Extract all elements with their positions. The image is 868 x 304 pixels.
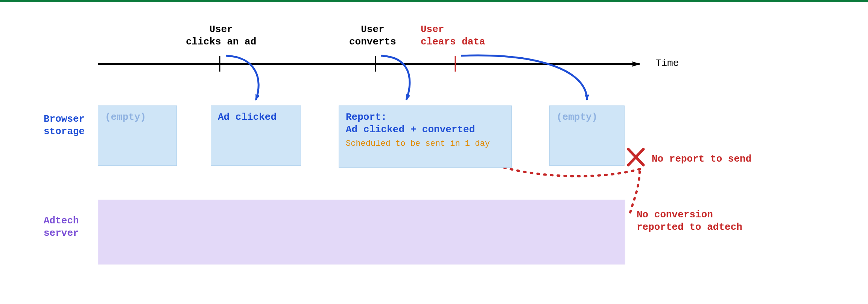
page-top-strip bbox=[0, 0, 868, 2]
error-no-report: No report to send bbox=[652, 153, 751, 165]
storage-box-empty-2: (empty) bbox=[549, 105, 625, 166]
x-icon bbox=[628, 149, 643, 165]
svg-line-0 bbox=[628, 149, 643, 165]
diagram-stage: Time User clicks an ad User converts Use… bbox=[0, 0, 868, 304]
storage-box-report: Report: Ad clicked + converted Scheduled… bbox=[339, 105, 512, 168]
storage-box-empty-1: (empty) bbox=[98, 105, 177, 166]
event-click-ad: User clicks an ad bbox=[186, 23, 256, 48]
error-no-conversion: No conversion reported to adtech bbox=[637, 209, 742, 233]
row-label-browser-storage: Browser storage bbox=[44, 113, 85, 137]
event-clears: User clears data bbox=[421, 23, 485, 48]
row-label-adtech-server: Adtech server bbox=[44, 215, 79, 239]
dotted-path-segment-1 bbox=[504, 168, 644, 176]
event-converts: User converts bbox=[349, 23, 396, 48]
storage-box-empty-1-text: (empty) bbox=[105, 112, 146, 123]
storage-box-empty-2-text: (empty) bbox=[556, 112, 597, 123]
storage-box-report-sched: Scheduled to be sent in 1 day bbox=[346, 139, 505, 149]
arrow-convert-to-box bbox=[381, 56, 410, 100]
arrow-clear-to-box bbox=[461, 55, 587, 100]
arrow-click-to-box bbox=[226, 56, 258, 100]
svg-line-1 bbox=[628, 149, 643, 165]
adtech-server-box bbox=[98, 200, 625, 264]
storage-box-ad-clicked-text: Ad clicked bbox=[218, 112, 277, 123]
axis-label-time: Time bbox=[655, 57, 679, 70]
storage-box-report-title: Report: bbox=[346, 111, 505, 124]
storage-box-ad-clicked: Ad clicked bbox=[211, 105, 301, 166]
storage-box-report-body: Ad clicked + converted bbox=[346, 124, 505, 136]
